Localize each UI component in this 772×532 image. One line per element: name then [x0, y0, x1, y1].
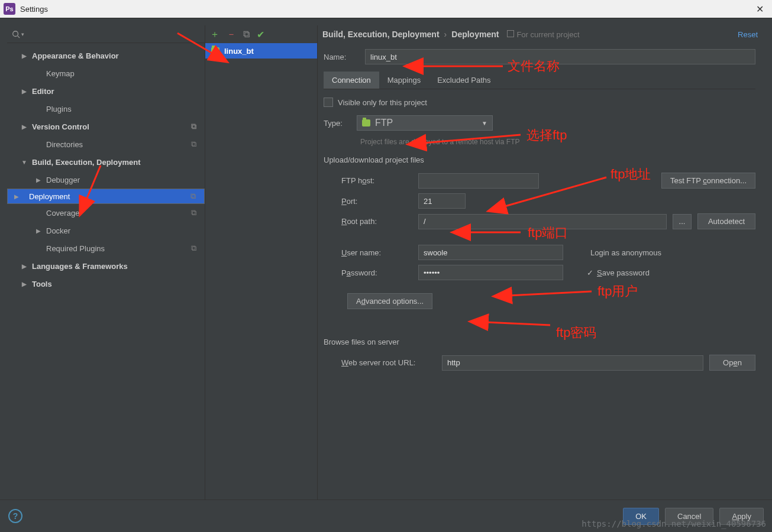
- help-icon[interactable]: ?: [8, 509, 22, 523]
- visible-only-checkbox[interactable]: Visible only for this project: [324, 98, 755, 107]
- port-label: Port:: [324, 197, 412, 206]
- type-select[interactable]: FTP ▼: [357, 115, 493, 131]
- tree-item-editor[interactable]: ▶Editor: [7, 82, 205, 100]
- server-toolbar: ＋ － ⧉ ✔: [205, 25, 317, 43]
- server-item-label: linux_bt: [224, 47, 254, 56]
- autodetect-button[interactable]: Autodetect: [697, 213, 755, 229]
- save-password-checkbox[interactable]: ✓Save password: [587, 268, 650, 277]
- copy-icon[interactable]: ⧉: [243, 29, 250, 40]
- type-label: Type:: [324, 119, 351, 128]
- svg-line-1: [18, 35, 20, 38]
- breadcrumb-seg1: Build, Execution, Deployment: [322, 30, 440, 39]
- tree-item-languages-frameworks[interactable]: ▶Languages & Frameworks: [7, 257, 205, 275]
- tree-item-coverage[interactable]: ▶Coverage⧉: [7, 204, 205, 222]
- settings-sidebar: ▾ ▶Appearance & Behavior▶Keymap▶Editor▶P…: [7, 25, 205, 499]
- tree-item-directories[interactable]: ▶Directories⧉: [7, 135, 205, 153]
- host-field[interactable]: [418, 173, 539, 189]
- user-label: User name:: [324, 248, 412, 257]
- tab-excluded[interactable]: Excluded Paths: [429, 72, 499, 89]
- url-label: Web server root URL:: [324, 358, 436, 367]
- settings-tree: ▶Appearance & Behavior▶Keymap▶Editor▶Plu…: [7, 43, 205, 499]
- svg-point-0: [13, 31, 18, 36]
- tree-item-version-control[interactable]: ▶Version Control⧉: [7, 118, 205, 135]
- browse-root-button[interactable]: ...: [673, 214, 692, 229]
- tree-item-build-execution-deployment[interactable]: ▼Build, Execution, Deployment: [7, 153, 205, 171]
- host-label: FTP host:: [324, 176, 412, 185]
- port-field[interactable]: [418, 193, 466, 209]
- tab-connection[interactable]: Connection: [324, 72, 379, 89]
- breadcrumb-seg2: Deployment: [451, 30, 499, 39]
- tree-item-docker[interactable]: ▶Docker: [7, 222, 205, 239]
- chevron-down-icon: ▼: [482, 120, 487, 126]
- server-item-linux-bt[interactable]: linux_bt: [205, 43, 317, 59]
- user-field[interactable]: [418, 245, 563, 260]
- ftp-icon: [211, 47, 219, 54]
- test-connection-button[interactable]: Test FTP connection...: [661, 173, 755, 189]
- name-field[interactable]: [365, 49, 755, 64]
- titlebar: Ps Settings ✕: [0, 0, 772, 18]
- close-icon[interactable]: ✕: [751, 1, 768, 17]
- window-title: Settings: [20, 5, 751, 14]
- breadcrumb: Build, Execution, Deployment › Deploymen…: [318, 25, 765, 43]
- chevron-right-icon: ›: [444, 30, 447, 39]
- root-field[interactable]: [418, 214, 667, 229]
- tabs: Connection Mappings Excluded Paths: [324, 72, 755, 89]
- search-input[interactable]: ▾: [7, 25, 205, 43]
- details-panel: Build, Execution, Deployment › Deploymen…: [318, 25, 765, 499]
- open-button[interactable]: Open: [709, 355, 755, 371]
- anonymous-checkbox[interactable]: Login as anonymous: [587, 248, 661, 257]
- tree-item-keymap[interactable]: ▶Keymap: [7, 64, 205, 82]
- tree-item-required-plugins[interactable]: ▶Required Plugins⧉: [7, 239, 205, 257]
- tree-item-tools[interactable]: ▶Tools: [7, 275, 205, 293]
- type-hint: Project files are deployed to a remote h…: [324, 138, 755, 146]
- tree-item-plugins[interactable]: ▶Plugins: [7, 100, 205, 118]
- reset-link[interactable]: Reset: [738, 30, 758, 39]
- tree-item-appearance-behavior[interactable]: ▶Appearance & Behavior: [7, 47, 205, 64]
- remove-server-icon[interactable]: －: [227, 28, 236, 41]
- servers-column: ＋ － ⧉ ✔ linux_bt: [205, 25, 318, 499]
- ftp-icon: [362, 119, 370, 126]
- app-icon: Ps: [4, 3, 15, 15]
- password-field[interactable]: [418, 265, 563, 280]
- type-value: FTP: [375, 118, 393, 128]
- password-label: Password:: [324, 268, 412, 277]
- visible-only-label: Visible only for this project: [338, 98, 427, 107]
- watermark: https://blog.csdn.net/weixin_40596736: [582, 519, 766, 528]
- section-browse: Browse files on server: [324, 338, 755, 346]
- tab-mappings[interactable]: Mappings: [379, 72, 429, 89]
- name-label: Name:: [324, 53, 359, 61]
- section-upload: Upload/download project files: [324, 155, 755, 164]
- project-scope-hint: For current project: [507, 30, 579, 39]
- advanced-options-button[interactable]: Advanced options...: [347, 293, 432, 309]
- check-icon[interactable]: ✔: [257, 29, 264, 40]
- root-label: Root path:: [324, 217, 412, 226]
- url-field[interactable]: [442, 355, 703, 371]
- tree-item-deployment[interactable]: ▶Deployment⧉: [7, 189, 205, 204]
- add-server-icon[interactable]: ＋: [210, 28, 219, 41]
- tree-item-debugger[interactable]: ▶Debugger: [7, 171, 205, 189]
